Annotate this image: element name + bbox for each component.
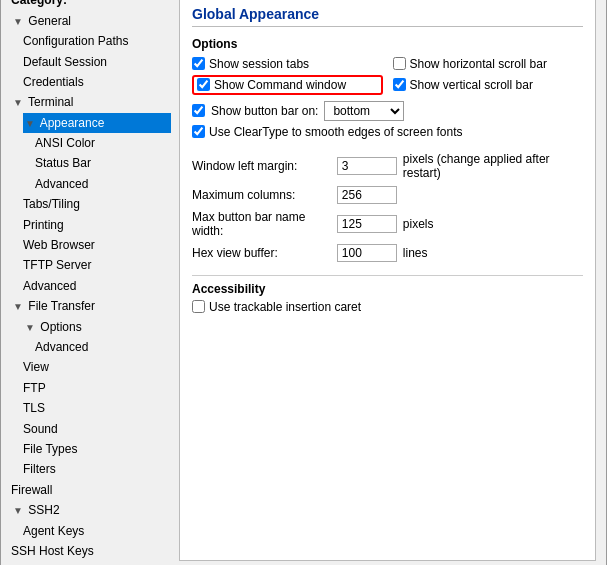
sidebar-item-advanced-terminal[interactable]: Advanced bbox=[35, 174, 171, 194]
sidebar-item-sound[interactable]: Sound bbox=[23, 419, 171, 439]
tree-group-general: Configuration Paths Default Session Cred… bbox=[11, 31, 171, 92]
show-horizontal-scroll-label: Show horizontal scroll bar bbox=[410, 57, 547, 71]
show-vertical-scroll-label: Show vertical scroll bar bbox=[410, 78, 533, 92]
sidebar-item-agent-keys[interactable]: Agent Keys bbox=[23, 521, 171, 541]
tree-group-options-ft: Advanced bbox=[23, 337, 171, 357]
use-cleartype-label: Use ClearType to smooth edges of screen … bbox=[209, 125, 462, 139]
global-options-dialog: Global Options ✕ Category: ▼ General Con… bbox=[0, 0, 607, 565]
section-title: Global Appearance bbox=[192, 6, 583, 27]
left-panel: Category: ▼ General Configuration Paths … bbox=[11, 0, 171, 561]
field-row-max-columns: Maximum columns: bbox=[192, 183, 583, 207]
max-columns-label: Maximum columns: bbox=[192, 188, 295, 202]
expander-appearance: ▼ bbox=[23, 115, 37, 132]
right-panel: Global Appearance Options Show session t… bbox=[179, 0, 596, 561]
sidebar-item-filters[interactable]: Filters bbox=[23, 459, 171, 479]
sidebar-item-ansi-color[interactable]: ANSI Color bbox=[35, 133, 171, 153]
fields-table: Window left margin: pixels (change appli… bbox=[192, 149, 583, 265]
show-horizontal-scroll-row: Show horizontal scroll bar bbox=[393, 57, 584, 71]
hex-view-buffer-suffix: lines bbox=[403, 246, 428, 260]
sidebar-item-credentials[interactable]: Credentials bbox=[23, 72, 171, 92]
sidebar-item-ssh-host-keys[interactable]: SSH Host Keys bbox=[11, 541, 171, 561]
sidebar-item-options-ft[interactable]: ▼ Options bbox=[23, 317, 171, 337]
sidebar-item-tls[interactable]: TLS bbox=[23, 398, 171, 418]
trackable-caret-row: Use trackable insertion caret bbox=[192, 300, 583, 314]
sidebar-item-status-bar[interactable]: Status Bar bbox=[35, 153, 171, 173]
show-vertical-scroll-checkbox[interactable] bbox=[393, 78, 406, 91]
options-grid: Show session tabs Show horizontal scroll… bbox=[192, 57, 583, 95]
show-command-window-row: Show Command window bbox=[192, 75, 383, 95]
show-session-tabs-label: Show session tabs bbox=[209, 57, 309, 71]
options-label: Options bbox=[192, 37, 583, 51]
accessibility-label: Accessibility bbox=[192, 282, 583, 296]
show-vertical-scroll-row: Show vertical scroll bar bbox=[393, 75, 584, 95]
cleartype-row: Use ClearType to smooth edges of screen … bbox=[192, 125, 583, 139]
tree: ▼ General Configuration Paths Default Se… bbox=[11, 11, 171, 562]
expander-file-transfer: ▼ bbox=[11, 298, 25, 315]
max-button-bar-input[interactable] bbox=[337, 215, 397, 233]
sidebar-item-appearance[interactable]: ▼ Appearance bbox=[23, 113, 171, 133]
sidebar-item-tabs-tiling[interactable]: Tabs/Tiling bbox=[23, 194, 171, 214]
field-row-hex-view-buffer: Hex view buffer: lines bbox=[192, 241, 583, 265]
expander-ssh2: ▼ bbox=[11, 502, 25, 519]
max-button-bar-suffix: pixels bbox=[403, 217, 434, 231]
use-trackable-caret-checkbox[interactable] bbox=[192, 300, 205, 313]
sidebar-item-file-transfer[interactable]: ▼ File Transfer bbox=[11, 296, 171, 316]
sidebar-item-general[interactable]: ▼ General bbox=[11, 11, 171, 31]
show-button-bar-checkbox[interactable] bbox=[192, 104, 205, 117]
dialog-body: Category: ▼ General Configuration Paths … bbox=[1, 0, 606, 565]
sidebar-item-tftp-server[interactable]: TFTP Server bbox=[23, 255, 171, 275]
show-button-bar-label: Show button bar on: bbox=[211, 104, 318, 118]
tree-group-file-transfer: ▼ Options Advanced View FTP TLS Sound Fi… bbox=[11, 317, 171, 480]
field-row-max-button-bar: Max button bar name width: pixels bbox=[192, 207, 583, 241]
window-left-margin-label: Window left margin: bbox=[192, 159, 297, 173]
use-trackable-caret-label: Use trackable insertion caret bbox=[209, 300, 361, 314]
sidebar-item-default-session[interactable]: Default Session bbox=[23, 52, 171, 72]
sidebar-item-firewall[interactable]: Firewall bbox=[11, 480, 171, 500]
show-command-window-checkbox[interactable] bbox=[197, 78, 210, 91]
expander-terminal: ▼ bbox=[11, 94, 25, 111]
window-left-margin-input[interactable] bbox=[337, 157, 397, 175]
sidebar-item-configuration-paths[interactable]: Configuration Paths bbox=[23, 31, 171, 51]
hex-view-buffer-label: Hex view buffer: bbox=[192, 246, 278, 260]
use-cleartype-checkbox[interactable] bbox=[192, 125, 205, 138]
sidebar-item-ftp[interactable]: FTP bbox=[23, 378, 171, 398]
accessibility-section: Accessibility Use trackable insertion ca… bbox=[192, 275, 583, 314]
sidebar-item-advanced-ft[interactable]: Advanced bbox=[35, 337, 171, 357]
field-row-window-left-margin: Window left margin: pixels (change appli… bbox=[192, 149, 583, 183]
tree-group-terminal: ▼ Appearance ANSI Color Status Bar Advan… bbox=[11, 113, 171, 297]
expander-general: ▼ bbox=[11, 13, 25, 30]
accessibility-divider bbox=[192, 275, 583, 276]
sidebar-item-advanced-main[interactable]: Advanced bbox=[23, 276, 171, 296]
show-session-tabs-row: Show session tabs bbox=[192, 57, 383, 71]
button-bar-row: Show button bar on: bottom top bbox=[192, 101, 583, 121]
sidebar-item-web-browser[interactable]: Web Browser bbox=[23, 235, 171, 255]
tree-group-ssh2: Agent Keys bbox=[11, 521, 171, 541]
show-horizontal-scroll-checkbox[interactable] bbox=[393, 57, 406, 70]
sidebar-item-printing[interactable]: Printing bbox=[23, 215, 171, 235]
sidebar-item-file-types[interactable]: File Types bbox=[23, 439, 171, 459]
expander-options-ft: ▼ bbox=[23, 319, 37, 336]
max-button-bar-label: Max button bar name width: bbox=[192, 210, 305, 238]
sidebar-item-view[interactable]: View bbox=[23, 357, 171, 377]
show-command-window-label: Show Command window bbox=[214, 78, 346, 92]
max-columns-input[interactable] bbox=[337, 186, 397, 204]
category-label: Category: bbox=[11, 0, 171, 7]
window-left-margin-suffix: pixels (change applied after restart) bbox=[403, 152, 550, 180]
button-bar-position-select[interactable]: bottom top bbox=[324, 101, 404, 121]
sidebar-item-ssh2[interactable]: ▼ SSH2 bbox=[11, 500, 171, 520]
sidebar-item-terminal[interactable]: ▼ Terminal bbox=[11, 92, 171, 112]
show-session-tabs-checkbox[interactable] bbox=[192, 57, 205, 70]
hex-view-buffer-input[interactable] bbox=[337, 244, 397, 262]
tree-group-appearance: ANSI Color Status Bar Advanced bbox=[23, 133, 171, 194]
